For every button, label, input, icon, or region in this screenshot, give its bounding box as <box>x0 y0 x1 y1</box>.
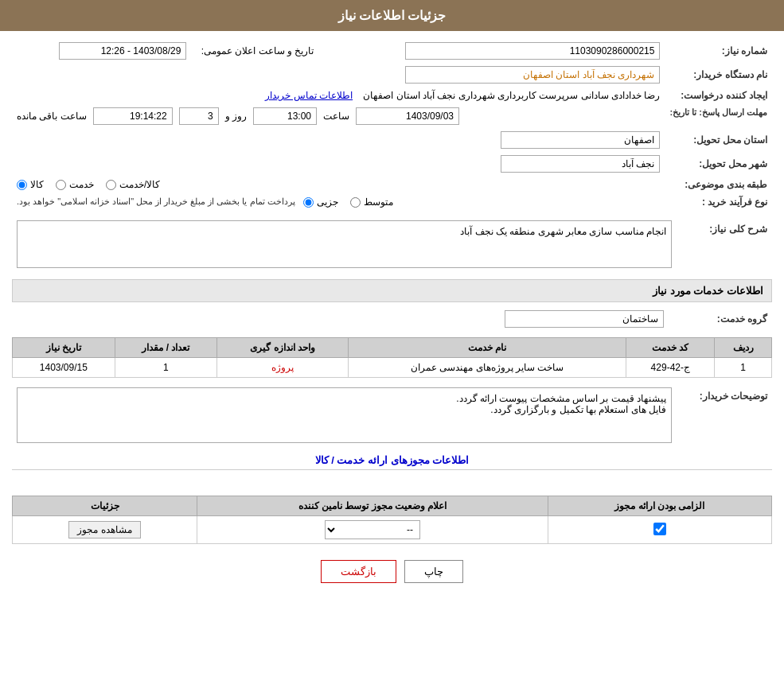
print-button[interactable]: چاپ <box>404 560 463 583</box>
permits-col-status: اعلام وضعیت مجوز توسط نامین کننده <box>197 496 548 516</box>
buyer-org-label: نام دستگاه خریدار: <box>665 63 772 87</box>
buyer-desc-line2: فایل های استعلام بها تکمیل و بارگزاری گر… <box>22 404 666 415</box>
service-group-cell <box>12 307 669 331</box>
purchase-type-radio-juzii[interactable]: جزیی <box>303 196 338 208</box>
announce-datetime-input[interactable] <box>59 42 186 60</box>
remaining-time-input[interactable] <box>93 107 173 125</box>
permit-details-cell: مشاهده مجوز <box>13 516 197 544</box>
purchase-type-juzii-label: جزیی <box>317 196 338 208</box>
province-label: استان محل تحویل: <box>665 128 772 152</box>
permits-table: الزامی بودن ارائه مجوز اعلام وضعیت مجوز … <box>12 496 772 544</box>
purchase-type-radio-mutawasat[interactable]: متوسط <box>350 196 393 208</box>
purchase-type-note: پرداخت تمام یا بخشی از مبلغ خریدار از مح… <box>17 196 295 207</box>
deadline-time-input[interactable] <box>253 107 317 125</box>
permits-col-required: الزامی بودن ارائه مجوز <box>548 496 771 516</box>
category-khidmat-label: خدمت <box>69 179 94 190</box>
service-date: 1403/09/15 <box>13 358 115 378</box>
remaining-suffix: ساعت باقی مانده <box>17 111 87 122</box>
page-wrapper: جزئیات اطلاعات نیاز شماره نیاز: تاریخ و … <box>0 0 784 696</box>
city-input[interactable] <box>501 155 660 173</box>
main-info-table: شماره نیاز: تاریخ و ساعت اعلان عمومی: نا… <box>12 39 772 211</box>
category-radio-kala-input[interactable] <box>17 180 27 190</box>
remaining-days-input[interactable] <box>179 107 219 125</box>
purchase-type-mutawasat-label: متوسط <box>364 196 393 208</box>
deadline-cell: ساعت روز و ساعت باقی مانده <box>12 104 665 128</box>
view-permit-button[interactable]: مشاهده مجوز <box>68 521 140 539</box>
buyer-description-box: پیشنهاد قیمت بر اساس مشخصات پیوست ارائه … <box>17 387 672 443</box>
requester-cell: رضا خدادادی سادانی سرپرست کاربرداری شهرد… <box>12 87 665 104</box>
service-row-1: 1 ج-42-429 ساخت سایر پروژه‌های مهندسی عم… <box>13 358 772 378</box>
need-description-table: شرح کلی نیاز: انجام مناسب سازی معابر شهر… <box>12 217 772 271</box>
services-section-title: اطلاعات خدمات مورد نیاز <box>12 279 772 302</box>
announce-value-cell <box>12 39 191 63</box>
page-title: جزئیات اطلاعات نیاز <box>338 9 447 22</box>
category-radio-kala[interactable]: کالا <box>17 179 44 190</box>
need-description-box: انجام مناسب سازی معابر شهری منطقه یک نجف… <box>17 220 672 268</box>
service-group-input[interactable] <box>505 310 664 328</box>
requester-link[interactable]: اطلاعات تماس خریدار <box>265 90 353 101</box>
buyer-desc-cell: پیشنهاد قیمت بر اساس مشخصات پیوست ارائه … <box>12 384 677 446</box>
buyer-org-input[interactable] <box>405 66 660 84</box>
buyer-desc-table: توضیحات خریدار: پیشنهاد قیمت بر اساس مشخ… <box>12 384 772 446</box>
col-date-header: تاریخ نیاز <box>13 338 115 358</box>
purchase-type-radio-juzii-input[interactable] <box>303 197 314 208</box>
content-area: شماره نیاز: تاریخ و ساعت اعلان عمومی: نا… <box>0 31 784 607</box>
category-kala-label: کالا <box>30 179 44 190</box>
city-label: شهر محل تحویل: <box>665 152 772 176</box>
deadline-date-input[interactable] <box>356 107 459 125</box>
page-header: جزئیات اطلاعات نیاز <box>0 0 784 31</box>
need-desc-cell: انجام مناسب سازی معابر شهری منطقه یک نجف… <box>12 217 677 271</box>
permits-col-details: جزئیات <box>13 496 197 516</box>
permit-status-cell: -- <box>197 516 548 544</box>
announce-datetime-label: تاریخ و ساعت اعلان عمومی: <box>201 45 314 56</box>
announce-label-cell: تاریخ و ساعت اعلان عمومی: <box>191 39 318 63</box>
remaining-days-label: روز و <box>225 111 247 122</box>
buyer-org-cell <box>12 63 665 87</box>
need-number-cell <box>318 39 665 63</box>
back-button[interactable]: بازگشت <box>321 560 396 583</box>
province-input[interactable] <box>501 131 660 149</box>
col-code-header: کد خدمت <box>626 338 715 358</box>
bottom-buttons: چاپ بازگشت <box>12 560 772 583</box>
category-radio-kala-khidmat-input[interactable] <box>106 180 116 190</box>
permits-section-title: اطلاعات مجوزهای ارائه خدمت / کالا <box>12 454 772 470</box>
need-number-input[interactable] <box>405 42 660 60</box>
deadline-label: مهلت ارسال پاسخ: تا تاریخ: <box>665 104 772 128</box>
permit-required-checkbox[interactable] <box>653 523 666 535</box>
col-unit-header: واحد اندازه گیری <box>217 338 349 358</box>
purchase-type-radio-mutawasat-input[interactable] <box>350 197 361 208</box>
deadline-time-label: ساعت <box>323 111 349 122</box>
buyer-desc-label: توضیحات خریدار: <box>677 384 772 446</box>
need-desc-label: شرح کلی نیاز: <box>677 217 772 271</box>
city-cell <box>12 152 665 176</box>
category-radio-khidmat[interactable]: خدمت <box>56 179 94 190</box>
purchase-type-cell: متوسط جزیی پرداخت تمام یا بخشی از مبلغ خ… <box>12 193 665 211</box>
buyer-desc-line1: پیشنهاد قیمت بر اساس مشخصات پیوست ارائه … <box>22 393 666 404</box>
need-description-text: انجام مناسب سازی معابر شهری منطقه یک نجف… <box>460 226 666 237</box>
service-quantity: 1 <box>115 358 217 378</box>
services-table: ردیف کد خدمت نام خدمت واحد اندازه گیری ت… <box>12 337 772 378</box>
province-cell <box>12 128 665 152</box>
service-code: ج-42-429 <box>626 358 715 378</box>
category-radio-khidmat-input[interactable] <box>56 180 66 190</box>
permit-required-cell <box>548 516 771 544</box>
purchase-type-label: نوع فرآیند خرید : <box>665 193 772 211</box>
service-group-table: گروه خدمت: <box>12 307 772 331</box>
col-row-header: ردیف <box>715 338 772 358</box>
service-row-number: 1 <box>715 358 772 378</box>
service-unit: پروژه <box>217 358 349 378</box>
category-label: طبقه بندی موضوعی: <box>665 176 772 193</box>
requester-label: ایجاد کننده درخواست: <box>665 87 772 104</box>
category-cell: کالا/خدمت خدمت کالا <box>12 176 665 193</box>
permit-status-select[interactable]: -- <box>325 520 420 539</box>
service-group-label: گروه خدمت: <box>669 307 772 331</box>
category-radio-kala-khidmat[interactable]: کالا/خدمت <box>106 179 160 190</box>
col-name-header: نام خدمت <box>348 338 626 358</box>
need-number-label: شماره نیاز: <box>665 39 772 63</box>
service-name: ساخت سایر پروژه‌های مهندسی عمران <box>348 358 626 378</box>
requester-value: رضا خدادادی سادانی سرپرست کاربرداری شهرد… <box>363 90 660 101</box>
col-qty-header: تعداد / مقدار <box>115 338 217 358</box>
category-kala-khidmat-label: کالا/خدمت <box>119 179 160 190</box>
permit-row-1: -- مشاهده مجوز <box>13 516 772 544</box>
